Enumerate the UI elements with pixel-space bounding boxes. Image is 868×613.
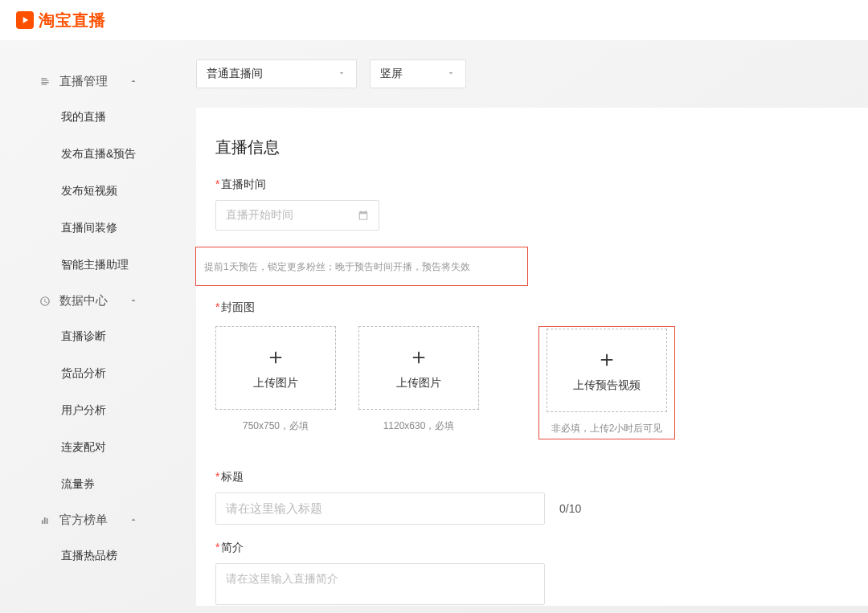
sidebar-item-hot-rank[interactable]: 直播热品榜 (0, 537, 177, 574)
sidebar-group-label: 直播管理 (59, 74, 108, 89)
sidebar-item-smart-assist[interactable]: 智能主播助理 (0, 247, 177, 284)
select-value: 普通直播间 (207, 67, 263, 81)
title-input[interactable]: 请在这里输入标题 (215, 492, 545, 525)
input-placeholder: 直播开始时间 (226, 208, 293, 223)
sidebar: 直播管理 我的直播 发布直播&预告 发布短视频 直播间装修 智能主播助理 (0, 40, 177, 613)
orientation-select[interactable]: 竖屏 (370, 59, 466, 88)
room-type-select[interactable]: 普通直播间 (196, 59, 357, 88)
sidebar-item-traffic-coupon[interactable]: 流量券 (0, 466, 177, 503)
hint-highlight-box: 提前1天预告，锁定更多粉丝；晚于预告时间开播，预告将失效 (195, 247, 528, 286)
sidebar-group-label: 官方榜单 (59, 513, 108, 528)
cover-label: *封面图 (215, 300, 849, 315)
intro-textarea[interactable]: 请在这里输入直播简介 (215, 563, 545, 605)
intro-label: *简介 (215, 541, 849, 555)
title-label: *标题 (215, 470, 849, 484)
input-placeholder: 请在这里输入标题 (226, 501, 322, 517)
sidebar-group-live-manage[interactable]: 直播管理 (0, 64, 177, 99)
sidebar-item-product-analysis[interactable]: 货品分析 (0, 355, 177, 392)
upload-preview-video[interactable]: ＋ 上传预告视频 (547, 329, 667, 412)
document-icon (39, 76, 51, 88)
chart-icon (39, 514, 51, 527)
title-counter: 0/10 (559, 502, 581, 515)
live-time-input[interactable]: 直播开始时间 (215, 200, 379, 231)
sidebar-item-live-diag[interactable]: 直播诊断 (0, 318, 177, 355)
section-title: 直播信息 (196, 137, 868, 178)
logo-text: 淘宝直播 (39, 10, 106, 31)
upload-label: 上传预告视频 (573, 378, 641, 393)
chevron-up-icon (129, 75, 138, 88)
upload-hint: 1120x630，必填 (383, 419, 455, 433)
hint-text: 提前1天预告，锁定更多粉丝；晚于预告时间开播，预告将失效 (204, 261, 470, 272)
logo-icon (16, 11, 34, 29)
sidebar-item-publish-video[interactable]: 发布短视频 (0, 173, 177, 210)
plus-icon: ＋ (407, 345, 430, 368)
chevron-up-icon (129, 294, 138, 308)
sidebar-item-user-analysis[interactable]: 用户分析 (0, 392, 177, 429)
content-area: 普通直播间 竖屏 直播信息 *直播时间 直播开始时间 (177, 40, 868, 613)
upload-label: 上传图片 (253, 376, 298, 390)
plus-icon: ＋ (596, 348, 618, 370)
logo: 淘宝直播 (16, 10, 106, 31)
upload-cover-750[interactable]: ＋ 上传图片 (215, 326, 336, 410)
sidebar-item-mic-match[interactable]: 连麦配对 (0, 429, 177, 466)
sidebar-item-room-decor[interactable]: 直播间装修 (0, 210, 177, 247)
sidebar-group-label: 数据中心 (59, 293, 108, 309)
sidebar-group-official-rank[interactable]: 官方榜单 (0, 503, 177, 537)
calendar-icon (358, 210, 369, 221)
input-placeholder: 请在这里输入直播简介 (226, 572, 338, 585)
upload-label: 上传图片 (396, 376, 441, 390)
plus-icon: ＋ (264, 345, 287, 368)
chevron-up-icon (129, 513, 138, 527)
chevron-down-icon (446, 67, 456, 80)
select-value: 竖屏 (380, 67, 403, 81)
live-time-label: *直播时间 (215, 178, 849, 192)
upload-hint: 非必填，上传2小时后可见 (547, 422, 667, 435)
upload-cover-1120[interactable]: ＋ 上传图片 (358, 326, 479, 410)
app-header: 淘宝直播 (0, 0, 868, 40)
upload-video-highlight: ＋ 上传预告视频 非必填，上传2小时后可见 (538, 326, 675, 439)
sidebar-item-publish-live[interactable]: 发布直播&预告 (0, 136, 177, 173)
sidebar-group-data-center[interactable]: 数据中心 (0, 284, 177, 318)
form-card: 直播信息 *直播时间 直播开始时间 提前1天预告，锁定更多粉丝；晚于预告时间开播… (196, 108, 868, 606)
sidebar-item-my-live[interactable]: 我的直播 (0, 99, 177, 136)
chevron-down-icon (337, 67, 346, 80)
clock-icon (39, 295, 51, 308)
upload-hint: 750x750，必填 (243, 419, 309, 433)
